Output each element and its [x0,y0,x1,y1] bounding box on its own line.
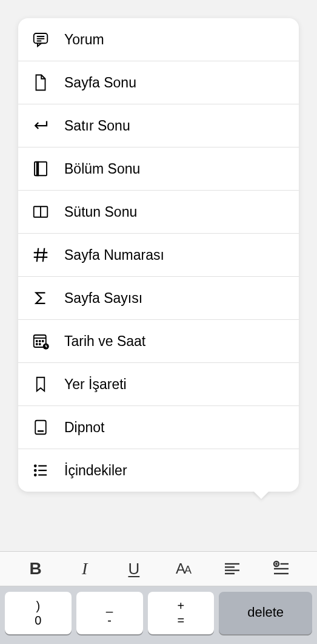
section-break-icon [30,158,51,179]
svg-rect-20 [35,421,46,435]
underline-button[interactable]: U [116,555,152,582]
menu-item-footnote[interactable]: Dipnot [18,406,299,449]
align-icon [222,559,242,578]
menu-item-column-break[interactable]: Sütun Sonu [18,191,299,234]
menu-label: Sayfa Numarası [64,247,164,263]
menu-label: Sayfa Sayısı [64,290,142,307]
menu-label: Dipnot [64,419,104,436]
svg-point-24 [35,474,36,476]
hash-icon [30,245,51,265]
menu-label: Yer İşareti [64,376,127,393]
svg-point-17 [36,344,38,345]
svg-point-16 [42,341,44,342]
fontsize-button[interactable]: AA [165,555,201,582]
key-equals[interactable]: + = [148,592,215,634]
svg-line-9 [43,248,45,262]
menu-label: Sütun Sonu [64,204,137,220]
key-0[interactable]: ) 0 [5,592,72,634]
format-toolbar: B I U AA [0,551,317,586]
popup-pointer [253,490,270,499]
comment-icon [30,29,51,50]
sigma-icon [30,288,51,308]
menu-item-bookmark[interactable]: Yer İşareti [18,363,299,406]
svg-point-15 [39,341,41,342]
menu-item-date-time[interactable]: Tarih ve Saat [18,320,299,363]
menu-item-section-break[interactable]: Bölüm Sonu [18,147,299,191]
menu-item-toc[interactable]: İçindekiler [18,449,299,492]
svg-point-14 [36,341,38,342]
insert-menu-panel: Yorum Sayfa Sonu [18,18,299,492]
calendar-icon [30,331,51,351]
key-delete[interactable]: delete [219,592,312,634]
menu-item-page-count[interactable]: Sayfa Sayısı [18,277,299,320]
menu-item-page-break[interactable]: Sayfa Sonu [18,61,299,104]
column-break-icon [30,202,51,222]
menu-label: Yorum [64,32,104,48]
menu-label: İçindekiler [64,463,127,479]
menu-item-line-break[interactable]: Satır Sonu [18,104,299,147]
svg-point-23 [35,470,36,472]
menu-label: Satır Sonu [64,118,130,134]
line-break-icon [30,115,51,136]
svg-rect-5 [37,162,39,176]
keyboard-row: ) 0 _ - + = delete [0,586,317,644]
svg-point-22 [35,465,36,467]
bold-button[interactable]: B [18,555,54,582]
key-minus[interactable]: _ - [76,592,143,634]
italic-button[interactable]: I [67,555,103,582]
menu-item-page-number[interactable]: Sayfa Numarası [18,234,299,277]
footnote-icon [30,417,51,438]
insert-icon [272,559,291,578]
menu-item-comment[interactable]: Yorum [18,18,299,61]
page-break-icon [30,72,51,93]
insert-button[interactable] [263,555,299,582]
align-button[interactable] [214,555,250,582]
menu-label: Tarih ve Saat [64,333,145,350]
svg-line-8 [37,248,39,262]
menu-label: Sayfa Sonu [64,75,136,91]
menu-label: Bölüm Sonu [64,161,140,177]
list-icon [30,460,51,481]
bookmark-icon [30,374,51,395]
svg-point-18 [39,344,41,345]
